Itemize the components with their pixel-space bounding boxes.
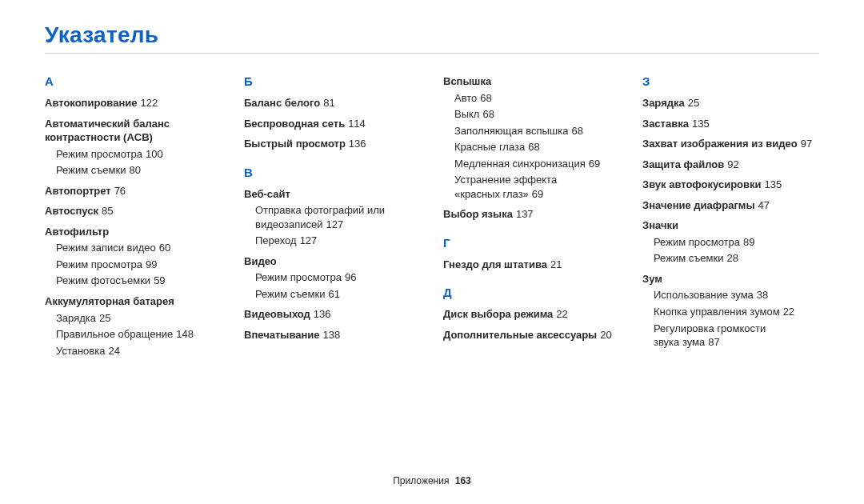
sub-batt-handle: Правильное обращение148 xyxy=(56,327,222,342)
sub-zoom-use: Использование зума38 xyxy=(654,288,819,302)
sub-page: 87 xyxy=(708,336,719,348)
footer-page-number: 163 xyxy=(455,475,471,486)
entry-protect-files: Защита файлов92 xyxy=(642,158,819,172)
sub-label: Кнопка управления зумом xyxy=(654,306,780,318)
entry-charge: Зарядка25 xyxy=(642,96,819,110)
sub-label: Заполняющая вспышка xyxy=(454,125,568,137)
sub-page: 127 xyxy=(300,234,318,246)
sub-label: Использование зума xyxy=(654,289,754,301)
sub-flash-slow: Медленная синхронизация69 xyxy=(454,157,620,171)
entry-label: Видеовыход xyxy=(244,308,310,320)
entry-modedial: Диск выбора режима22 xyxy=(443,307,620,322)
entry-label: Гнездо для штатива xyxy=(443,258,547,270)
sub-label: Режим просмотра xyxy=(56,148,142,160)
sub-batt-install: Установка24 xyxy=(56,344,222,358)
sub-page: 68 xyxy=(571,125,582,137)
sub-label-line1: Устранение эффекта xyxy=(454,174,557,186)
sub-page: 99 xyxy=(146,258,157,270)
sub-icons-view: Режим просмотра89 xyxy=(654,235,819,250)
page-title: Указатель xyxy=(45,22,819,48)
sub-label-line2: видеозаписей xyxy=(255,218,323,230)
entry-page: 25 xyxy=(688,97,699,109)
entry-page: 97 xyxy=(801,138,812,150)
sub-page: 25 xyxy=(99,312,110,324)
sub-page: 24 xyxy=(108,345,119,357)
sub-page: 96 xyxy=(345,271,356,283)
sub-label: Зарядка xyxy=(56,312,96,324)
sub-page: 68 xyxy=(480,92,491,104)
column-3: Вспышка Авто68 Выкл68 Заполняющая вспышк… xyxy=(443,74,620,358)
sub-label: Режим съемки xyxy=(56,164,126,176)
entry-label: Баланс белого xyxy=(244,97,320,109)
sub-label: Выкл xyxy=(454,108,479,120)
sub-label: Режим фотосъемки xyxy=(56,274,150,286)
entry-label: Защита файлов xyxy=(642,158,724,170)
entry-flash: Вспышка xyxy=(443,74,620,89)
entry-icons: Значки xyxy=(642,218,819,233)
entry-page: 92 xyxy=(727,158,738,170)
sub-page: 89 xyxy=(743,236,754,248)
sub-page: 60 xyxy=(159,242,170,254)
sub-label: Режим записи видео xyxy=(56,242,156,254)
letter-b: Б xyxy=(244,74,421,88)
sub-flash-fill: Заполняющая вспышка68 xyxy=(454,124,620,138)
sub-label: Красные глаза xyxy=(454,141,525,153)
entry-label: Впечатывание xyxy=(244,329,320,341)
sub-batt-charge: Зарядка25 xyxy=(56,311,222,326)
letter-z: З xyxy=(642,74,819,88)
sub-page: 68 xyxy=(482,108,494,120)
sub-label-line1: Регулировка громкости xyxy=(654,322,766,334)
entry-label: Звук автофокусировки xyxy=(642,178,762,190)
sub-label: Переход xyxy=(255,234,297,246)
entry-label: Беспроводная сеть xyxy=(244,118,345,130)
column-4: З Зарядка25 Заставка135 Захват изображен… xyxy=(642,74,819,358)
sub-af-photo: Режим фотосъемки59 xyxy=(56,274,222,288)
entry-label: Заставка xyxy=(642,118,689,130)
entry-label-line1: Автоматический баланс xyxy=(45,118,170,130)
sub-zoom-sound: Регулировка громкостизвука зума87 xyxy=(654,322,819,350)
sub-page: 22 xyxy=(783,306,794,318)
entry-timer: Автоспуск85 xyxy=(45,204,222,218)
entry-language: Выбор языка137 xyxy=(443,207,620,222)
sub-web-nav: Переход127 xyxy=(255,234,421,248)
entry-imprint: Впечатывание138 xyxy=(244,328,421,342)
sub-page: 38 xyxy=(757,289,768,301)
sub-label: Режим просмотра xyxy=(56,258,142,270)
column-1: А Автокопирование122 Автоматический бала… xyxy=(45,74,222,358)
letter-d: Д xyxy=(443,286,620,299)
sub-page: 69 xyxy=(532,188,543,200)
entry-page: 122 xyxy=(140,97,158,109)
letter-g: Г xyxy=(443,236,620,250)
sub-label: Режим просмотра xyxy=(255,271,342,283)
footer: Приложения 163 xyxy=(0,475,864,486)
entry-page: 136 xyxy=(349,138,366,150)
sub-flash-redeyefix: Устранение эффекта«красных глаз»69 xyxy=(454,173,620,201)
entry-quickview: Быстрый просмотр136 xyxy=(244,137,421,151)
sub-video-shoot: Режим съемки61 xyxy=(255,287,421,302)
entry-label: Диск выбора режима xyxy=(443,308,553,320)
entry-label: Быстрый просмотр xyxy=(244,138,346,150)
sub-label: Режим просмотра xyxy=(654,236,740,248)
sub-icons-shoot: Режим съемки28 xyxy=(654,251,819,266)
entry-capture-from-video: Захват изображения из видео97 xyxy=(642,137,819,151)
entry-zoom: Зум xyxy=(642,272,819,286)
sub-af-video: Режим записи видео60 xyxy=(56,241,222,255)
entry-page: 21 xyxy=(550,258,562,270)
entry-label: Автоспуск xyxy=(45,205,98,217)
entry-selfportrait: Автопортрет76 xyxy=(45,184,222,198)
entry-autofilter: Автофильтр xyxy=(45,225,222,239)
entry-battery: Аккумуляторная батарея xyxy=(45,294,222,309)
sub-page: 127 xyxy=(326,218,344,230)
sub-zoom-button: Кнопка управления зумом22 xyxy=(654,305,819,319)
entry-autokopirovanie: Автокопирование122 xyxy=(45,96,222,110)
sub-page: 61 xyxy=(328,288,339,300)
sub-flash-redeye: Красные глаза68 xyxy=(454,140,620,154)
entry-page: 137 xyxy=(516,208,534,220)
sub-flash-off: Выкл68 xyxy=(454,107,620,122)
sub-acb-view: Режим просмотра100 xyxy=(56,147,222,162)
entry-page: 135 xyxy=(692,118,710,130)
sub-video-view: Режим просмотра96 xyxy=(255,270,421,285)
entry-page: 85 xyxy=(102,205,113,217)
sub-label: Режим съемки xyxy=(654,252,723,264)
sub-label: Медленная синхронизация xyxy=(454,158,586,170)
